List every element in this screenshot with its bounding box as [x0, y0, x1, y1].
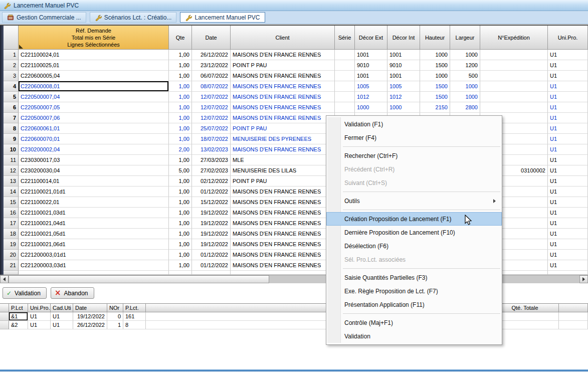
cell-p_lct[interactable]: &2	[9, 321, 28, 329]
cell-hauteur[interactable]: 1500	[420, 81, 450, 92]
menu-item[interactable]: Validation (F1)	[326, 117, 502, 131]
cell-ref[interactable]: C221100022,01	[19, 197, 169, 208]
cell-largeur[interactable]: 1000	[450, 81, 480, 92]
cell-ref[interactable]: C221100025,01	[19, 60, 169, 71]
row-number-cell[interactable]: 21	[4, 260, 19, 271]
cell-ref[interactable]: C230200002,04	[19, 144, 169, 155]
cell-uni_pro[interactable]: U1	[548, 250, 588, 260]
cell-decor_ext[interactable]: 1005	[355, 81, 387, 92]
row-number-cell[interactable]: 7	[4, 113, 19, 123]
cell-date[interactable]: 12/07/2022	[192, 92, 231, 102]
cell-uni_pro[interactable]: U1	[548, 144, 588, 155]
column-header-date[interactable]: Date	[192, 26, 231, 50]
row-number-cell[interactable]: 19	[4, 239, 19, 250]
cell-decor_ext[interactable]: 1001	[355, 50, 387, 60]
row-number-cell[interactable]: 13	[4, 176, 19, 186]
cell-date[interactable]: 26/12/2022	[192, 50, 231, 60]
cell-uni_pro[interactable]: U1	[548, 165, 588, 176]
cell-uni_pro[interactable]: U1	[548, 155, 588, 165]
cell-hauteur[interactable]: 2150	[420, 102, 450, 113]
column-header-largeur[interactable]: Largeur	[450, 26, 480, 50]
cell-uni_pro[interactable]: U1	[548, 81, 588, 92]
cell-largeur[interactable]: 2800	[450, 102, 480, 113]
cell-uni_pro[interactable]: U1	[548, 92, 588, 102]
cell-uni_pro[interactable]: U1	[548, 50, 588, 60]
cell-uni_pro[interactable]: U1	[548, 60, 588, 71]
cell-qte[interactable]: 1,00	[169, 239, 192, 250]
validation-button[interactable]: ✓ Validation	[3, 287, 47, 299]
cell-hauteur[interactable]: 1500	[420, 92, 450, 102]
tab-3[interactable]: Lancement Manuel PVC	[180, 12, 265, 23]
cell-client[interactable]: MAISONS D'EN FRANCE RENNES	[231, 260, 335, 271]
cell-date[interactable]: 13/02/2023	[192, 144, 231, 155]
cell-end_filler[interactable]	[559, 321, 588, 329]
cell-uni_pro[interactable]: U1	[548, 113, 588, 123]
menu-item[interactable]: Exe. Règle Proposition de Lct. (F7)	[326, 284, 502, 298]
cell-largeur[interactable]: 1000	[450, 92, 480, 102]
cell-hauteur[interactable]: 1000	[420, 50, 450, 60]
cell-date[interactable]: 12/07/2022	[192, 102, 231, 113]
cell-date[interactable]: 23/12/2022	[192, 60, 231, 71]
cell-uni_pro[interactable]: U1	[548, 176, 588, 186]
cell-serie[interactable]	[335, 102, 355, 113]
column-header-p_lct[interactable]: P.Lct	[9, 304, 28, 312]
cell-client[interactable]: POINT P PAU	[231, 123, 335, 134]
cell-end_filler[interactable]	[559, 312, 588, 321]
column-header-p_lct2[interactable]: P.Lct.	[123, 304, 146, 312]
cell-ref[interactable]: C221200003,01d1	[19, 250, 169, 260]
cell-serie[interactable]	[335, 92, 355, 102]
cell-uni_pro[interactable]: U1	[548, 218, 588, 229]
cell-decor_ext[interactable]: 9010	[355, 60, 387, 71]
abandon-button[interactable]: × Abandon	[51, 287, 94, 299]
cell-ref[interactable]: C230200030,04	[19, 165, 169, 176]
cell-uni_pro[interactable]: U1	[548, 186, 588, 197]
cell-serie[interactable]	[335, 81, 355, 92]
menu-item[interactable]: Création Proposition de Lancement (F1)	[326, 212, 502, 226]
ref-demande-column-header[interactable]: Réf. DemandeTotal mis en SérieLignes Sél…	[19, 26, 169, 50]
cell-client[interactable]: MAISONS D'EN FRANCE RENNES	[231, 102, 335, 113]
menu-item[interactable]: Contrôle (Maj+F1)	[326, 316, 502, 329]
scroll-left-button[interactable]	[0, 275, 9, 283]
column-header-uni_pro[interactable]: Uni.Pro.	[28, 304, 51, 312]
cell-ref[interactable]: C221100021,03d1	[19, 208, 169, 218]
cell-date[interactable]: 18/07/2022	[192, 134, 231, 144]
scrollbar-thumb[interactable]	[9, 275, 269, 283]
cell-n_expedition[interactable]	[480, 92, 548, 102]
row-number-cell[interactable]: 6	[4, 102, 19, 113]
cell-client[interactable]: MLE	[231, 155, 335, 165]
cell-hauteur[interactable]: 1500	[420, 60, 450, 71]
cell-qte[interactable]: 5,00	[169, 165, 192, 176]
cell-decor_int[interactable]: 1005	[387, 81, 420, 92]
cell-n_expedition[interactable]	[480, 71, 548, 81]
row-number-cell[interactable]: 10	[4, 144, 19, 155]
cell-decor_ext[interactable]: 1012	[355, 92, 387, 102]
menu-item[interactable]: Rechercher (Ctrl+F)	[326, 149, 502, 162]
row-gutter-cell[interactable]	[0, 312, 9, 321]
row-number-cell[interactable]: 11	[4, 155, 19, 165]
menu-item[interactable]: Présentation Application (F11)	[326, 298, 502, 311]
cell-qte[interactable]: 1,00	[169, 260, 192, 271]
cell-qte[interactable]: 1,00	[169, 155, 192, 165]
row-gutter-cell[interactable]	[0, 321, 9, 329]
cell-ref[interactable]: C221100021,06d1	[19, 239, 169, 250]
cell-nor[interactable]: 1	[107, 321, 123, 329]
cell-qte[interactable]: 1,00	[169, 229, 192, 239]
cell-uni_pro[interactable]: U1	[548, 229, 588, 239]
cell-uni_pro[interactable]: U1	[548, 260, 588, 271]
cell-client[interactable]: MAISONS D'EN FRANCE RENNES	[231, 81, 335, 92]
cell-n_expedition[interactable]	[480, 50, 548, 60]
cell-largeur[interactable]: 1000	[450, 50, 480, 60]
tab-1[interactable]: Gestion Commerciale ...	[2, 12, 86, 23]
row-number-cell[interactable]: 1	[4, 50, 19, 60]
cell-decor_int[interactable]: 1000	[387, 102, 420, 113]
cell-qte[interactable]: 1,00	[169, 186, 192, 197]
cell-client[interactable]: MAISONS D'EN FRANCE RENNES	[231, 218, 335, 229]
cell-qte[interactable]: 1,00	[169, 218, 192, 229]
cell-ref[interactable]: C221100021,01d1	[19, 186, 169, 197]
cell-uni_pro[interactable]: U1	[548, 208, 588, 218]
cell-decor_ext[interactable]: 1001	[355, 71, 387, 81]
column-header-client[interactable]: Client	[231, 26, 335, 50]
column-header-cad_uti[interactable]: Cad.Uti	[51, 304, 73, 312]
cell-qte[interactable]: 2,00	[169, 144, 192, 155]
cell-qte[interactable]: 1,00	[169, 176, 192, 186]
